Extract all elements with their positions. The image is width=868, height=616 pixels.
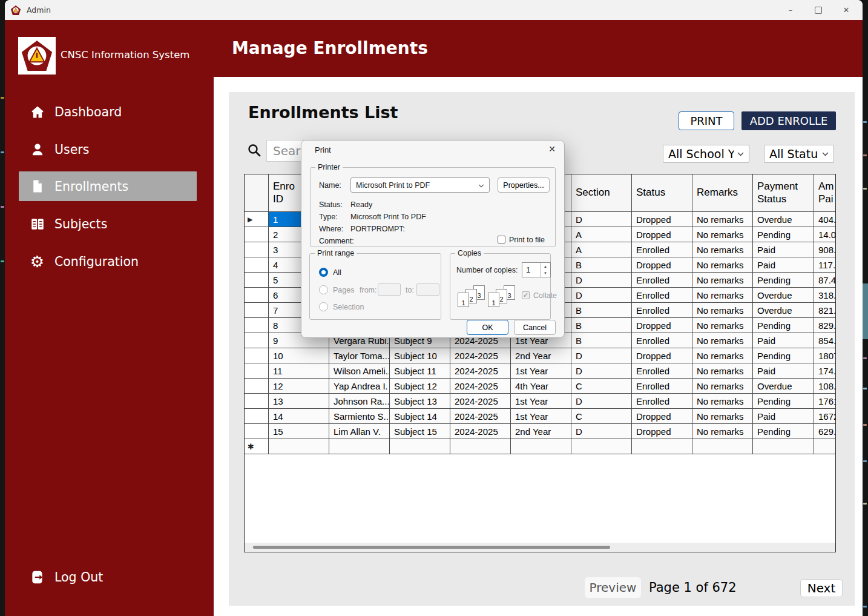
table-cell[interactable]: D bbox=[571, 363, 632, 379]
sidebar-item-logout[interactable]: Log Out bbox=[5, 562, 214, 592]
table-cell[interactable] bbox=[269, 439, 329, 454]
table-cell[interactable]: 1761 bbox=[814, 394, 836, 409]
scrollbar-thumb[interactable] bbox=[253, 546, 610, 549]
table-cell[interactable]: Subject 14 bbox=[390, 409, 450, 424]
minimize-button[interactable]: – bbox=[777, 0, 804, 20]
table-cell[interactable]: Paid bbox=[753, 409, 814, 424]
table-cell[interactable]: 1672 bbox=[814, 409, 836, 424]
table-cell[interactable]: 2024-2025 bbox=[450, 379, 511, 394]
table-cell[interactable]: D bbox=[571, 212, 632, 227]
range-selection-radio[interactable] bbox=[319, 302, 328, 311]
table-cell[interactable]: Enrolled bbox=[632, 394, 692, 409]
table-cell[interactable]: 87.43 bbox=[814, 273, 836, 288]
table-cell[interactable] bbox=[329, 439, 390, 454]
row-header[interactable] bbox=[245, 303, 269, 318]
table-cell[interactable]: No remarks bbox=[692, 273, 753, 288]
table-cell[interactable]: D bbox=[571, 273, 632, 288]
table-cell[interactable]: Enrolled bbox=[632, 273, 692, 288]
table-cell[interactable]: Enrolled bbox=[632, 303, 692, 318]
table-cell[interactable]: Paid bbox=[753, 257, 814, 273]
sidebar-item-users[interactable]: Users bbox=[5, 134, 214, 164]
table-cell[interactable]: Overdue bbox=[753, 288, 814, 303]
column-header[interactable]: Status bbox=[632, 174, 692, 212]
column-header[interactable]: Am Pai bbox=[814, 174, 836, 212]
table-cell[interactable]: Lim Allan V. bbox=[329, 424, 390, 439]
column-header[interactable]: Payment Status bbox=[753, 174, 814, 212]
cancel-button[interactable]: Cancel bbox=[514, 320, 556, 335]
table-cell[interactable]: 14.03 bbox=[814, 227, 836, 242]
table-cell[interactable]: Pending bbox=[753, 227, 814, 242]
range-all-radio[interactable] bbox=[319, 268, 328, 277]
next-button[interactable]: Next bbox=[800, 579, 843, 597]
table-cell[interactable]: B bbox=[571, 303, 632, 318]
table-cell[interactable]: 2024-2025 bbox=[450, 424, 511, 439]
table-cell[interactable]: 12 bbox=[269, 379, 329, 394]
table-cell[interactable]: Dropped bbox=[632, 424, 692, 439]
properties-button[interactable]: Properties... bbox=[498, 177, 550, 193]
table-cell[interactable]: Pending bbox=[753, 348, 814, 363]
row-header[interactable] bbox=[245, 227, 269, 242]
status-filter[interactable]: All Status bbox=[764, 145, 834, 163]
table-cell[interactable]: No remarks bbox=[692, 288, 753, 303]
table-cell[interactable]: No remarks bbox=[692, 394, 753, 409]
table-cell[interactable]: No remarks bbox=[692, 257, 753, 273]
table-cell[interactable]: Dropped bbox=[632, 212, 692, 227]
table-cell[interactable]: D bbox=[571, 348, 632, 363]
table-cell[interactable] bbox=[632, 439, 692, 454]
dialog-close-icon[interactable]: ✕ bbox=[548, 144, 556, 154]
table-cell[interactable]: Paid bbox=[753, 242, 814, 257]
table-cell[interactable]: 2024-2025 bbox=[450, 394, 511, 409]
table-cell[interactable]: 2nd Year bbox=[511, 424, 571, 439]
table-cell[interactable]: Yap Andrea I. bbox=[329, 379, 390, 394]
table-cell[interactable]: D bbox=[571, 288, 632, 303]
row-header[interactable] bbox=[245, 257, 269, 273]
sidebar-item-subjects[interactable]: Subjects bbox=[5, 209, 214, 239]
table-cell[interactable] bbox=[692, 439, 753, 454]
row-header[interactable] bbox=[245, 409, 269, 424]
table-cell[interactable]: Dropped bbox=[632, 348, 692, 363]
table-cell[interactable]: No remarks bbox=[692, 424, 753, 439]
table-cell[interactable]: Johnson Ra... bbox=[329, 394, 390, 409]
column-header[interactable]: Remarks bbox=[692, 174, 753, 212]
column-header[interactable]: Section bbox=[571, 174, 632, 212]
table-cell[interactable]: Subject 15 bbox=[390, 424, 450, 439]
table-cell[interactable]: Enrolled bbox=[632, 363, 692, 379]
spinner-up-icon[interactable]: ▲ bbox=[541, 263, 550, 270]
table-cell[interactable]: No remarks bbox=[692, 318, 753, 333]
table-cell[interactable]: Overdue bbox=[753, 212, 814, 227]
row-selector-arrow[interactable]: ▶ bbox=[245, 212, 269, 227]
table-cell[interactable]: Pending bbox=[753, 394, 814, 409]
table-cell[interactable]: No remarks bbox=[692, 333, 753, 348]
row-header[interactable] bbox=[245, 363, 269, 379]
sidebar-item-enrollments[interactable]: Enrollments bbox=[19, 171, 197, 201]
table-cell[interactable]: Enrolled bbox=[632, 288, 692, 303]
table-cell[interactable]: 854.8 bbox=[814, 333, 836, 348]
table-cell[interactable]: A bbox=[571, 242, 632, 257]
sidebar-item-dashboard[interactable]: Dashboard bbox=[5, 97, 214, 127]
table-cell[interactable]: 1807 bbox=[814, 348, 836, 363]
table-cell[interactable]: Pending bbox=[753, 273, 814, 288]
range-to-input[interactable] bbox=[416, 283, 439, 296]
table-cell[interactable]: Enrolled bbox=[632, 333, 692, 348]
table-cell[interactable]: Sarmiento S... bbox=[329, 409, 390, 424]
range-from-input[interactable] bbox=[378, 283, 401, 296]
row-header[interactable] bbox=[245, 242, 269, 257]
table-cell[interactable]: 629.2 bbox=[814, 424, 836, 439]
table-cell[interactable]: Subject 12 bbox=[390, 379, 450, 394]
table-cell[interactable]: D bbox=[571, 424, 632, 439]
table-cell[interactable]: No remarks bbox=[692, 379, 753, 394]
table-cell[interactable]: Subject 13 bbox=[390, 394, 450, 409]
table-cell[interactable] bbox=[450, 439, 511, 454]
table-cell[interactable]: Dropped bbox=[632, 227, 692, 242]
table-cell[interactable]: No remarks bbox=[692, 363, 753, 379]
table-cell[interactable]: Dropped bbox=[632, 257, 692, 273]
copies-stepper[interactable]: 1 ▲ ▼ bbox=[522, 262, 551, 277]
table-cell[interactable] bbox=[571, 439, 632, 454]
row-header[interactable] bbox=[245, 273, 269, 288]
table-cell[interactable]: 1st Year bbox=[511, 394, 571, 409]
table-cell[interactable]: A bbox=[571, 227, 632, 242]
range-pages-radio[interactable] bbox=[319, 285, 328, 294]
table-cell[interactable]: Subject 10 bbox=[390, 348, 450, 363]
close-button[interactable]: ✕ bbox=[832, 0, 860, 20]
table-cell[interactable]: Overdue bbox=[753, 379, 814, 394]
